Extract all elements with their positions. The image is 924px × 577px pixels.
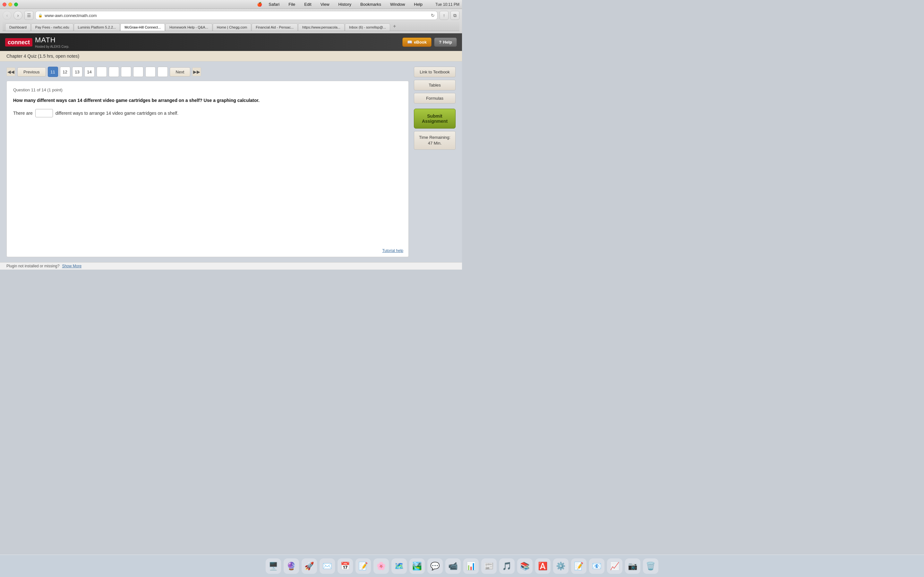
formulas-button[interactable]: Formulas [414,93,456,103]
maximize-button[interactable] [14,3,18,6]
previous-button[interactable]: Previous [17,67,46,77]
tabs-row: Dashboard Pay Fees - nwfsc.edu Luminis P… [3,22,459,31]
tab-homework[interactable]: Homework Help - Q&A... [165,23,212,31]
next-button[interactable]: Next [170,67,191,77]
webpage-content: connect MATH Hosted by ALEKS Corp. 📖 eBo… [0,33,462,269]
header-action-buttons: 📖 eBook ? Help [402,37,457,47]
view-menu-item[interactable]: View [318,1,332,7]
window-menu-item[interactable]: Window [388,1,407,7]
ebook-button[interactable]: 📖 eBook [402,37,431,47]
connectmath-header: connect MATH Hosted by ALEKS Corp. 📖 eBo… [0,33,462,51]
submit-assignment-button[interactable]: Submit Assignment [414,109,456,129]
share-button[interactable]: ↑ [439,11,449,20]
quiz-content-area: ◀◀ Previous 11 12 13 14 Next ▶▶ Question… [6,67,409,257]
question-blank-1-button[interactable] [97,67,107,77]
address-bar[interactable]: 🔒 www-awn.connectmath.com ↻ [35,11,438,20]
question-12-button[interactable]: 12 [60,67,70,77]
answer-suffix: different ways to arrange 14 video game … [55,111,178,116]
browser-chrome: ‹ › ☰ 🔒 www-awn.connectmath.com ↻ ↑ ⧉ Da… [0,9,462,33]
logo-connect-text: connect [5,38,32,47]
first-question-button[interactable]: ◀◀ [6,67,15,76]
menu-bar: 🍎 Safari File Edit View History Bookmark… [257,1,459,7]
quiz-title-bar: Chapter 4 Quiz (1.5 hrs, open notes) [0,51,462,61]
question-14-button[interactable]: 14 [84,67,95,77]
new-tab-overlay-button[interactable]: ⧉ [451,11,459,20]
link-to-textbook-button[interactable]: Link to Textbook [414,67,456,77]
tab-mcgrawhill[interactable]: McGraw-Hill Connect... [120,23,165,31]
question-blank-2-button[interactable] [109,67,119,77]
tab-dashboard[interactable]: Dashboard [5,23,31,31]
quiz-sidebar: Link to Textbook Tables Formulas Submit … [414,67,456,257]
question-blank-3-button[interactable] [121,67,131,77]
help-menu-item[interactable]: Help [411,1,425,7]
bookmarks-menu-item[interactable]: Bookmarks [358,1,384,7]
question-blank-6-button[interactable] [158,67,168,77]
back-button[interactable]: ‹ [3,11,11,20]
minimize-button[interactable] [8,3,12,6]
ebook-label: eBook [414,40,427,45]
question-13-button[interactable]: 13 [72,67,82,77]
tab-pensacola[interactable]: https://www.pensacola... [298,23,344,31]
question-header: Question 11 of 14 (1 point) [13,87,402,92]
tab-financialaid[interactable]: Financial Aid - Pensac... [252,23,298,31]
reload-button[interactable]: ↻ [431,13,435,18]
answer-row: There are different ways to arrange 14 v… [13,109,402,117]
connectmath-logo: connect MATH Hosted by ALEKS Corp. [5,36,69,48]
ebook-icon: 📖 [407,40,412,45]
help-button[interactable]: ? Help [434,37,457,47]
traffic-lights[interactable] [3,3,18,6]
apple-menu-item[interactable]: 🍎 [257,2,262,7]
tables-button[interactable]: Tables [414,80,456,90]
question-11-button[interactable]: 11 [48,67,58,77]
help-label: Help [443,40,452,45]
sidebar-toggle-button[interactable]: ☰ [24,11,33,20]
tab-chegg[interactable]: Home | Chegg.com [213,23,252,31]
plugin-message: Plugin not installed or missing? [6,264,59,268]
show-more-link[interactable]: Show More [62,264,81,268]
time-remaining-label: Time Remaining: [418,135,451,140]
forward-button[interactable]: › [13,11,23,20]
new-tab-button[interactable]: + [391,22,399,31]
browser-nav-row: ‹ › ☰ 🔒 www-awn.connectmath.com ↻ ↑ ⧉ [3,11,459,20]
lock-icon: 🔒 [38,13,43,18]
history-menu-item[interactable]: History [336,1,354,7]
time-display: Tue 10:11 PM [435,2,459,7]
safari-menu-item[interactable]: Safari [266,1,282,7]
tab-luminis[interactable]: Luminis Platform 5.2.2... [74,23,120,31]
logo-subtitle: Hosted by ALEKS Corp. [35,45,69,48]
tab-payfees[interactable]: Pay Fees - nwfsc.edu [31,23,73,31]
time-remaining-box: Time Remaining: 47 Min. [414,131,456,150]
last-question-button[interactable]: ▶▶ [192,67,201,76]
tab-inbox[interactable]: Inbox (6) - sorrellsp@... [345,23,390,31]
tutorial-link[interactable]: Tutorial help [382,248,403,253]
quiz-title: Chapter 4 Quiz (1.5 hrs, open notes) [6,53,79,59]
question-box: Question 11 of 14 (1 point) How many dif… [6,81,409,257]
plugin-bar: Plugin not installed or missing? Show Mo… [0,262,462,269]
answer-prefix: There are [13,111,33,116]
answer-input[interactable] [35,109,53,117]
question-text: How many different ways can 14 different… [13,97,402,104]
title-bar: 🍎 Safari File Edit View History Bookmark… [0,0,462,9]
url-display: www-awn.connectmath.com [45,13,429,18]
help-icon: ? [439,40,441,45]
time-remaining-value: 47 Min. [418,140,451,146]
close-button[interactable] [3,3,6,6]
quiz-main-area: ◀◀ Previous 11 12 13 14 Next ▶▶ Question… [0,61,462,262]
file-menu-item[interactable]: File [286,1,298,7]
question-blank-4-button[interactable] [133,67,144,77]
logo-math-text: MATH [35,36,69,44]
question-navigation-row: ◀◀ Previous 11 12 13 14 Next ▶▶ [6,67,409,77]
question-blank-5-button[interactable] [145,67,156,77]
edit-menu-item[interactable]: Edit [302,1,314,7]
